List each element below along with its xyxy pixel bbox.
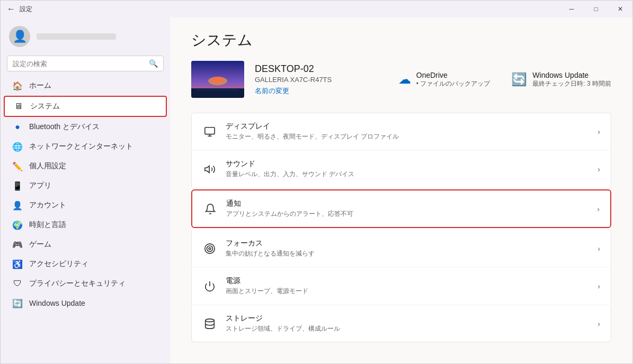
sidebar-item-bluetooth-label: Bluetooth とデバイス — [29, 122, 100, 132]
windows-update-icon: 🔄 — [12, 298, 23, 308]
svg-point-10 — [207, 245, 213, 251]
display-item-text: ディスプレイ モニター、明るさ、夜間モード、ディスプレイ プロファイル — [226, 122, 589, 141]
sidebar-item-network[interactable]: 🌐 ネットワークとインターネット — [4, 137, 167, 156]
display-item-subtitle: モニター、明るさ、夜間モード、ディスプレイ プロファイル — [226, 132, 589, 141]
power-icon — [202, 279, 217, 294]
settings-item-sound[interactable]: サウンド 音量レベル、出力、入力、サウンド デバイス › — [191, 151, 611, 187]
sidebar-item-apps[interactable]: 📱 アプリ — [4, 176, 167, 195]
sidebar-item-time[interactable]: 🌍 時刻と言語 — [4, 215, 167, 234]
search-input[interactable] — [13, 60, 146, 68]
notifications-chevron-icon: › — [597, 205, 600, 213]
apps-icon: 📱 — [12, 180, 23, 191]
display-chevron-icon: › — [598, 128, 600, 136]
device-rename-link[interactable]: 名前の変更 — [255, 87, 289, 95]
search-box[interactable]: 🔍 — [7, 56, 164, 71]
onedrive-info: OneDrive • ファイルのバックアップ — [416, 71, 491, 88]
onedrive-status-card: ☁ OneDrive • ファイルのバックアップ — [398, 71, 491, 88]
onedrive-subtitle: • ファイルのバックアップ — [416, 79, 491, 88]
windows-update-status-title: Windows Update — [532, 71, 611, 79]
sound-icon — [202, 162, 217, 177]
sound-chevron-icon: › — [598, 165, 600, 174]
display-item-title: ディスプレイ — [226, 122, 589, 131]
storage-icon — [202, 316, 217, 331]
back-button[interactable]: ← — [7, 4, 15, 14]
sidebar-item-network-label: ネットワークとインターネット — [29, 142, 133, 151]
settings-item-storage[interactable]: ストレージ ストレージ領域、ドライブ、構成ルール › — [191, 305, 611, 342]
sidebar-item-personalization-label: 個人用設定 — [29, 161, 66, 171]
settings-item-display[interactable]: ディスプレイ モニター、明るさ、夜間モード、ディスプレイ プロファイル › — [191, 113, 611, 150]
content-area: システム — [170, 17, 632, 363]
sidebar-item-time-label: 時刻と言語 — [29, 220, 66, 230]
sidebar-item-gaming-label: ゲーム — [29, 240, 51, 249]
settings-item-focus[interactable]: フォーカス 集中の妨げとなる通知を減らす › — [191, 230, 611, 267]
windows-update-status-subtitle: 最終チェック日時: 3 時間前 — [532, 79, 611, 88]
storage-item-subtitle: ストレージ領域、ドライブ、構成ルール — [226, 324, 589, 333]
settings-item-power[interactable]: 電源 画面とスリープ、電源モード › — [191, 268, 611, 304]
main-area: 👤 🔍 🏠 ホーム 🖥 システム ● — [1, 17, 632, 363]
sidebar-item-windows-update[interactable]: 🔄 Windows Update — [4, 294, 167, 313]
svg-marker-8 — [205, 166, 209, 172]
svg-rect-4 — [197, 89, 239, 90]
svg-point-11 — [209, 248, 211, 250]
focus-item-text: フォーカス 集中の妨げとなる通知を減らす — [226, 239, 589, 258]
sidebar-item-accessibility[interactable]: ♿ アクセシビリティ — [4, 254, 167, 274]
window-title: 設定 — [20, 5, 32, 14]
home-icon: 🏠 — [12, 80, 23, 91]
minimize-button[interactable]: ─ — [559, 1, 584, 17]
device-name: DESKTOP-02 — [255, 63, 388, 75]
notifications-item-text: 通知 アプリとシステムからのアラート、応答不可 — [226, 199, 589, 219]
settings-item-notifications[interactable]: 通知 アプリとシステムからのアラート、応答不可 › — [191, 189, 611, 228]
avatar-icon: 👤 — [13, 30, 27, 43]
system-icon: 🖥 — [13, 101, 24, 112]
svg-rect-5 — [205, 127, 215, 134]
title-bar: ← 設定 ─ □ ✕ — [1, 1, 632, 17]
personalization-icon: ✏️ — [12, 161, 23, 171]
svg-point-9 — [205, 243, 215, 253]
sidebar-item-system[interactable]: 🖥 システム — [4, 96, 167, 117]
onedrive-title: OneDrive — [416, 71, 491, 79]
focus-item-subtitle: 集中の妨げとなる通知を減らす — [226, 249, 589, 258]
power-item-subtitle: 画面とスリープ、電源モード — [226, 287, 589, 296]
sidebar-item-gaming[interactable]: 🎮 ゲーム — [4, 235, 167, 254]
nav-list: 🏠 ホーム 🖥 システム ● Bluetooth とデバイス 🌐 ネットワークと… — [1, 76, 170, 313]
power-item-text: 電源 画面とスリープ、電源モード — [226, 276, 589, 296]
windows-update-info: Windows Update 最終チェック日時: 3 時間前 — [532, 71, 611, 88]
accounts-icon: 👤 — [12, 200, 23, 211]
sidebar-item-privacy[interactable]: 🛡 プライバシーとセキュリティ — [4, 274, 167, 293]
focus-item-title: フォーカス — [226, 239, 589, 248]
user-section: 👤 — [1, 17, 170, 53]
settings-list: ディスプレイ モニター、明るさ、夜間モード、ディスプレイ プロファイル › — [191, 113, 611, 342]
notifications-item-title: 通知 — [226, 199, 589, 208]
device-thumbnail-image — [191, 61, 244, 98]
sound-item-subtitle: 音量レベル、出力、入力、サウンド デバイス — [226, 170, 589, 179]
time-icon: 🌍 — [12, 220, 23, 230]
svg-point-2 — [211, 77, 224, 83]
onedrive-icon: ☁ — [398, 72, 411, 87]
device-card: DESKTOP-02 GALLERIA XA7C-R47TS 名前の変更 ☁ O… — [191, 61, 611, 98]
sidebar-item-system-label: システム — [30, 102, 60, 111]
sound-item-title: サウンド — [226, 159, 589, 169]
search-icon: 🔍 — [149, 59, 158, 68]
sidebar-item-home[interactable]: 🏠 ホーム — [4, 76, 167, 95]
settings-window: ← 設定 ─ □ ✕ 👤 🔍 — [0, 0, 633, 364]
sidebar-item-bluetooth[interactable]: ● Bluetooth とデバイス — [4, 117, 167, 136]
privacy-icon: 🛡 — [12, 278, 23, 289]
window-controls: ─ □ ✕ — [559, 1, 632, 17]
display-icon — [202, 124, 217, 139]
notifications-item-subtitle: アプリとシステムからのアラート、応答不可 — [226, 210, 589, 219]
bluetooth-icon: ● — [12, 122, 23, 132]
sidebar-item-apps-label: アプリ — [29, 181, 51, 190]
device-status-cards: ☁ OneDrive • ファイルのバックアップ 🔄 Windows Updat… — [398, 71, 611, 88]
sidebar-item-accounts[interactable]: 👤 アカウント — [4, 196, 167, 215]
device-info: DESKTOP-02 GALLERIA XA7C-R47TS 名前の変更 — [255, 63, 388, 96]
avatar: 👤 — [9, 26, 30, 47]
maximize-button[interactable]: □ — [584, 1, 608, 17]
page-title: システム — [191, 30, 611, 50]
notifications-icon — [203, 202, 218, 216]
close-button[interactable]: ✕ — [608, 1, 632, 17]
device-model: GALLERIA XA7C-R47TS — [255, 76, 388, 84]
storage-chevron-icon: › — [598, 320, 600, 328]
accessibility-icon: ♿ — [12, 259, 23, 269]
sidebar-item-personalization[interactable]: ✏️ 個人用設定 — [4, 157, 167, 176]
sidebar-item-accessibility-label: アクセシビリティ — [29, 259, 88, 269]
